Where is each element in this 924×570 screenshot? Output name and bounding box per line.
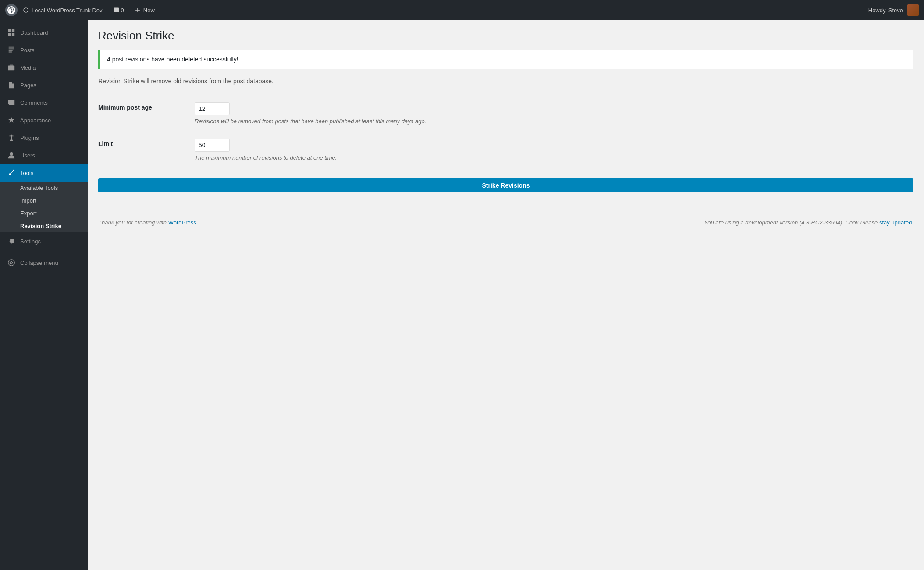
success-message: 4 post revisions have been deleted succe… — [107, 56, 238, 63]
new-label: New — [143, 7, 155, 14]
footer-left-text: Thank you for creating with — [98, 219, 168, 226]
dashboard-icon — [7, 28, 16, 37]
min-post-age-label: Minimum post age — [98, 95, 195, 132]
svg-point-2 — [8, 260, 14, 266]
limit-label: Limit — [98, 132, 195, 168]
admin-bar: Local WordPress Trunk Dev 0 New Howdy, S… — [0, 0, 924, 20]
submenu-available-tools[interactable]: Available Tools — [0, 182, 88, 194]
sidebar-label-comments: Comments — [20, 100, 48, 106]
limit-description: The maximum number of revisions to delet… — [195, 154, 493, 161]
main-content: Revision Strike 4 post revisions have be… — [88, 20, 924, 570]
sidebar-label-appearance: Appearance — [20, 117, 51, 124]
plugins-icon — [7, 133, 16, 142]
footer-right-text: You are using a development version (4.3… — [704, 219, 879, 226]
media-icon — [7, 63, 16, 72]
admin-sidebar: Dashboard Posts Media Pages Comments — [0, 20, 88, 570]
sidebar-label-dashboard: Dashboard — [20, 29, 48, 36]
sidebar-label-settings: Settings — [20, 238, 41, 245]
limit-input[interactable] — [195, 139, 230, 152]
sidebar-label-users: Users — [20, 152, 35, 159]
posts-icon — [7, 46, 16, 54]
adminbar-user: Howdy, Steve — [868, 4, 919, 16]
howdy-text: Howdy, Steve — [868, 7, 903, 14]
menu-divider — [0, 252, 88, 252]
pages-icon — [7, 81, 16, 89]
sidebar-item-appearance[interactable]: Appearance — [0, 111, 88, 129]
strike-revisions-button[interactable]: Strike Revisions — [98, 178, 913, 192]
adminbar-site[interactable]: Local WordPress Trunk Dev — [18, 0, 108, 20]
sidebar-label-plugins: Plugins — [20, 135, 39, 141]
limit-field: The maximum number of revisions to delet… — [195, 132, 493, 168]
sidebar-item-users[interactable]: Users — [0, 146, 88, 164]
sidebar-item-settings[interactable]: Settings — [0, 232, 88, 250]
sidebar-item-dashboard[interactable]: Dashboard — [0, 24, 88, 41]
user-avatar — [907, 4, 919, 16]
adminbar-comments[interactable]: 0 — [108, 0, 129, 20]
footer-right: You are using a development version (4.3… — [704, 219, 913, 226]
submenu-revision-strike[interactable]: Revision Strike — [0, 220, 88, 232]
sidebar-item-pages[interactable]: Pages — [0, 76, 88, 94]
sidebar-label-collapse: Collapse menu — [20, 260, 58, 266]
min-post-age-field: Revisions will be removed from posts tha… — [195, 95, 493, 132]
collapse-icon — [7, 258, 16, 267]
min-post-age-description: Revisions will be removed from posts tha… — [195, 118, 493, 125]
comments-icon — [7, 98, 16, 107]
page-footer: Thank you for creating with WordPress. Y… — [98, 210, 913, 226]
submenu-import[interactable]: Import — [0, 194, 88, 207]
sidebar-item-media[interactable]: Media — [0, 59, 88, 76]
footer-right-suffix: . — [912, 219, 913, 226]
users-icon — [7, 151, 16, 160]
footer-left: Thank you for creating with WordPress. — [98, 219, 198, 226]
comment-count: 0 — [121, 7, 124, 14]
sidebar-label-tools: Tools — [20, 170, 33, 176]
sidebar-label-media: Media — [20, 64, 36, 71]
svg-point-1 — [10, 152, 13, 155]
wp-logo-icon[interactable] — [5, 4, 18, 16]
page-title: Revision Strike — [98, 29, 913, 43]
footer-stay-updated-link[interactable]: stay updated — [879, 219, 912, 226]
tools-submenu: Available Tools Import Export Revision S… — [0, 182, 88, 232]
min-post-age-input[interactable] — [195, 102, 230, 115]
sidebar-label-pages: Pages — [20, 82, 36, 89]
adminbar-new[interactable]: New — [129, 0, 160, 20]
svg-rect-0 — [8, 66, 14, 71]
settings-form: Minimum post age Revisions will be remov… — [98, 95, 493, 168]
limit-row: Limit The maximum number of revisions to… — [98, 132, 493, 168]
success-notice: 4 post revisions have been deleted succe… — [98, 50, 913, 69]
appearance-icon — [7, 116, 16, 125]
site-name: Local WordPress Trunk Dev — [32, 7, 103, 14]
sidebar-item-comments[interactable]: Comments — [0, 94, 88, 111]
sidebar-item-tools[interactable]: Tools — [0, 164, 88, 182]
tools-icon — [7, 168, 16, 177]
sidebar-item-plugins[interactable]: Plugins — [0, 129, 88, 146]
min-post-age-row: Minimum post age Revisions will be remov… — [98, 95, 493, 132]
footer-wp-link[interactable]: WordPress — [168, 219, 196, 226]
intro-text: Revision Strike will remove old revision… — [98, 78, 913, 85]
settings-icon — [7, 237, 16, 246]
sidebar-item-posts[interactable]: Posts — [0, 41, 88, 59]
sidebar-label-posts: Posts — [20, 47, 35, 53]
footer-left-suffix: . — [196, 219, 198, 226]
sidebar-collapse-menu[interactable]: Collapse menu — [0, 254, 88, 271]
submenu-export[interactable]: Export — [0, 207, 88, 220]
